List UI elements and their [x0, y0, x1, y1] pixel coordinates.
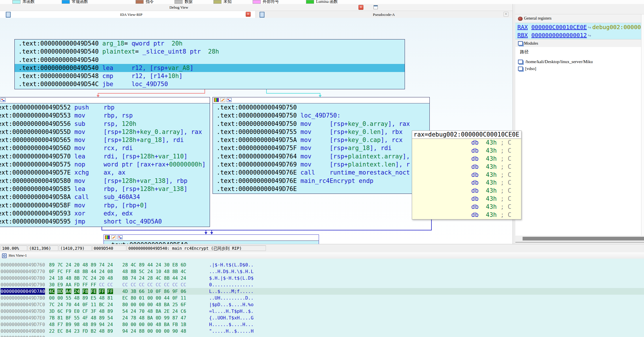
- disasm-line[interactable]: .text:000000000049D57E xchg ax, ax: [0, 168, 210, 177]
- edge-cyan: [266, 89, 267, 93]
- disasm-line[interactable]: .text:000000000049D553 mov rbp, rsp: [0, 111, 210, 120]
- tooltip-byte-line: db 43h ; C: [412, 155, 521, 163]
- hex-row[interactable]: 000000000049D7C07C 24 70 44 0F 11 BC 248…: [1, 301, 644, 308]
- basic-block-49D552[interactable]: .text:000000000049D552 push rbp.text:000…: [0, 97, 210, 227]
- disasm-line[interactable]: .text:000000000049D764 mov [rsp+plaintex…: [217, 152, 429, 160]
- disasm-line[interactable]: .text:000000000049D570 lea rdi, [rsp+128…: [0, 152, 210, 160]
- edge-red: [98, 93, 205, 94]
- general-registers-header[interactable]: General registers: [515, 14, 644, 23]
- hex-view-header[interactable]: Hex View-1: [0, 252, 644, 259]
- register-row-rbx[interactable]: RBX 0000000000000012↪: [515, 31, 644, 39]
- register-list[interactable]: RAX 000000C00010CE0E↪debug002:000000C00 …: [515, 23, 644, 39]
- edit-icon[interactable]: [220, 98, 225, 102]
- disasm-line[interactable]: .text:000000000049D54C jbe loc_49D750: [18, 80, 405, 88]
- module-list[interactable]: 路径 /home/kali/Desktop/linux_server/Miku …: [515, 47, 644, 236]
- hex-row[interactable]: 000000000049D80022 EC 84 23 FD B2 48 899…: [1, 328, 644, 334]
- view-tab-row: IDA View-RIP ✕ Pseudocode-A ✕: [0, 11, 514, 18]
- legend-label: 数据: [185, 0, 193, 4]
- module-icon: [518, 60, 523, 64]
- hex-dump[interactable]: 000000000049D76089 7C 24 20 48 89 74 242…: [0, 259, 644, 337]
- enums-tab-row: [515, 4, 644, 14]
- legend-swatch-icon: [253, 0, 261, 4]
- module-row[interactable]: /home/kali/Desktop/linux_server/Miku: [515, 58, 644, 65]
- disasm-line[interactable]: .text:000000000049D540: [18, 56, 405, 64]
- hex-row[interactable]: 000000000049D7700F FC FF 48 8B 44 24 084…: [1, 268, 644, 275]
- disasm-line[interactable]: .text:000000000049D769 mov [rsp+plaintex…: [217, 160, 429, 168]
- tooltip-byte-line: db 43h ; C: [412, 163, 521, 171]
- hex-row[interactable]: 000000000049D78024 18 48 8B 7C 24 20 488…: [1, 275, 644, 281]
- graph-icon[interactable]: [227, 98, 232, 102]
- register-row-rax[interactable]: RAX 000000C00010CE0E↪debug002:000000C00: [515, 23, 644, 31]
- disasm-line[interactable]: .text:000000000049D580 mov [rsp+128h+var…: [0, 177, 210, 185]
- hex-row[interactable]: 000000000049D7E07B 81 BF 55 4F 48 89 542…: [1, 315, 644, 321]
- disasm-line[interactable]: .text:000000000049D556 sub rsp, 120h: [0, 120, 210, 128]
- disasm-line[interactable]: .text:000000000049D75A mov [rsp+key_0.ca…: [217, 136, 429, 144]
- modules-header[interactable]: Modules: [515, 39, 644, 47]
- disasm-line[interactable]: .text:000000000049D76E main_rc4Encrypt e…: [217, 177, 429, 185]
- basic-block-49D750[interactable]: .text:000000000049D750.text:000000000049…: [213, 97, 430, 194]
- disasm-line[interactable]: .text:000000000049D75F mov [rsp+arg_18],…: [217, 144, 429, 152]
- horizontal-scrollbar[interactable]: [515, 236, 644, 242]
- disasm-line[interactable]: .text:000000000049D755 mov [rsp+key_0.le…: [217, 128, 429, 136]
- disasm-line[interactable]: .text:000000000049D750 mov [rsp+key_0.ar…: [217, 120, 429, 128]
- disasm-line[interactable]: .text:000000000049D552 push rbp: [0, 103, 210, 111]
- hex-row[interactable]: 000000000049D7F048 F7 B9 98 48 89 94 248…: [1, 321, 644, 328]
- disasm-line[interactable]: .text:000000000049D565 mov [rsp+128h+arg…: [0, 136, 210, 144]
- pseudocode-icon: [260, 12, 264, 18]
- scrollbar-thumb[interactable]: [523, 237, 644, 241]
- disasm-line[interactable]: .text:000000000049D58A call sub_460A34: [0, 193, 210, 201]
- tab-debug-view[interactable]: Debug View: [124, 5, 234, 10]
- disasm-line[interactable]: .text:000000000049D585 lea rbp, [rsp+128…: [0, 185, 210, 193]
- tooltip-byte-line: db 43h ; C: [412, 187, 521, 195]
- disasm-line[interactable]: .text:000000000049D750 loc_49D750:: [217, 111, 429, 120]
- legend-swatch-icon: [12, 0, 20, 4]
- palette-icon[interactable]: [105, 235, 110, 239]
- vertical-scrollbar[interactable]: [641, 14, 644, 236]
- disasm-line[interactable]: .text:000000000049D593 xor edx, edx: [0, 209, 210, 217]
- disasm-line[interactable]: .text:000000000049D56D mov rcx, rdi: [0, 144, 210, 152]
- window-icon[interactable]: [373, 5, 378, 9]
- graph-coordinates: (821,396): [28, 245, 58, 251]
- graph-view[interactable]: .text:000000000049D540 arg_18= qword ptr…: [0, 18, 514, 244]
- close-icon[interactable]: ✕: [504, 12, 508, 17]
- disasm-line[interactable]: .text:000000000049D76E: [217, 185, 429, 193]
- disasm-line[interactable]: .text:000000000049D595 jmp short loc_49D…: [0, 217, 210, 226]
- disasm-line[interactable]: .text:000000000049D750: [217, 103, 429, 111]
- tab-ida-view-rip[interactable]: IDA View-RIP: [29, 12, 234, 17]
- hex-row[interactable]: 000000000049D7A04C 8D A4 24 F8 FE FF FF4…: [1, 288, 644, 295]
- graph-icon[interactable]: [1, 98, 5, 102]
- module-row[interactable]: [vdso]: [515, 65, 644, 72]
- block-title-bar: [0, 97, 210, 103]
- follow-arrow-icon[interactable]: ↪: [587, 24, 592, 30]
- disasm-line[interactable]: .text:000000000049D58F mov rbp, [rbp+0]: [0, 201, 210, 209]
- hex-row[interactable]: 000000000049D7D03D 6C F9 E0 CF 3F 48 895…: [1, 308, 644, 315]
- path-column-header[interactable]: 路径: [520, 49, 529, 55]
- disasm-line[interactable]: .text:000000000049D575 nop word ptr [rax…: [0, 160, 210, 168]
- disasm-line[interactable]: .text:000000000049D540 arg_18= qword ptr…: [18, 39, 405, 48]
- cursor-coordinates: (1410,279): [59, 245, 92, 251]
- hex-row[interactable]: 000000000049D76089 7C 24 20 48 89 74 242…: [1, 262, 644, 268]
- hex-view-icon: [2, 253, 7, 258]
- basic-block-entry[interactable]: .text:000000000049D540 arg_18= qword ptr…: [14, 39, 405, 89]
- tab-pseudocode-a[interactable]: Pseudocode-A: [289, 12, 479, 17]
- disasm-line[interactable]: .text:000000000049D76E call runtime_more…: [217, 168, 429, 177]
- close-icon[interactable]: ✕: [358, 5, 363, 10]
- edge-red: [204, 89, 205, 93]
- current-address-status: 000000000049D540: main_rc4Encrypt (已同步到 …: [127, 245, 266, 251]
- zoom-level: 100.00%: [1, 245, 27, 251]
- hex-row[interactable]: 000000000049D810: [1, 334, 644, 337]
- edit-icon[interactable]: [111, 235, 116, 239]
- tooltip-byte-line: db 43h ; C: [412, 139, 521, 147]
- close-icon[interactable]: ✕: [246, 12, 251, 17]
- disasm-line[interactable]: .text:000000000049D55D mov [rsp+128h+key…: [0, 128, 210, 136]
- disasm-line[interactable]: .text:000000000049D540 plaintext= _slice…: [18, 48, 405, 56]
- palette-icon[interactable]: [214, 98, 219, 102]
- disasm-line-current-rip[interactable]: .text:000000000049D540 lea r12, [rsp+var…: [15, 64, 405, 72]
- follow-arrow-icon[interactable]: ↪: [587, 32, 592, 38]
- graph-icon[interactable]: [118, 235, 123, 239]
- color-legend-toolbar: 库函数常规函数指令数据未知外部符号Lumina 函数: [0, 0, 644, 4]
- hex-row[interactable]: 000000000049D79030 E9 AA FD FF FF CC CCC…: [1, 281, 644, 288]
- hex-row[interactable]: 000000000049D7B000 00 55 48 89 E5 48 81E…: [1, 295, 644, 301]
- disasm-line[interactable]: .text:000000000049D548 cmp r12, [r14+10h…: [18, 72, 405, 80]
- block-title-bar: [104, 235, 319, 241]
